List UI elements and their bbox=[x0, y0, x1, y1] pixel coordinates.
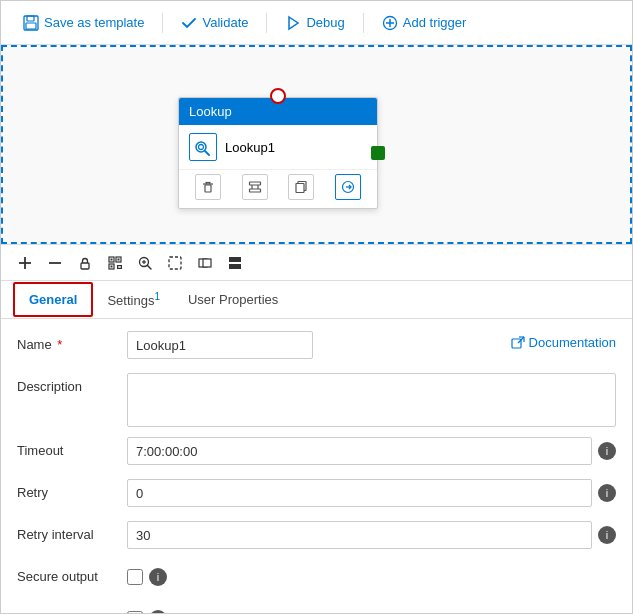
svg-rect-15 bbox=[249, 189, 260, 192]
toolbar-divider-2 bbox=[266, 13, 267, 33]
remove-node-button[interactable] bbox=[41, 249, 69, 277]
name-input-wrap bbox=[127, 331, 499, 359]
select-button[interactable] bbox=[161, 249, 189, 277]
svg-rect-1 bbox=[27, 16, 34, 21]
secure-input-label: Secure input bbox=[17, 605, 127, 614]
secure-output-label: Secure output bbox=[17, 563, 127, 584]
lookup-delete-button[interactable] bbox=[195, 174, 221, 200]
svg-rect-19 bbox=[296, 184, 304, 193]
theme-button[interactable] bbox=[221, 249, 249, 277]
retry-row: Retry i bbox=[17, 479, 616, 511]
timeout-info-icon[interactable]: i bbox=[598, 442, 616, 460]
add-trigger-label: Add trigger bbox=[403, 15, 467, 30]
svg-rect-43 bbox=[229, 257, 241, 262]
secure-output-info-icon[interactable]: i bbox=[149, 568, 167, 586]
toolbar-divider-1 bbox=[162, 13, 163, 33]
retry-input[interactable] bbox=[127, 479, 592, 507]
timeout-input[interactable] bbox=[127, 437, 592, 465]
svg-line-8 bbox=[205, 151, 209, 155]
svg-rect-2 bbox=[26, 23, 36, 29]
secure-input-info-icon[interactable]: i bbox=[149, 610, 167, 614]
lookup-next-button[interactable] bbox=[335, 174, 361, 200]
node-connector-right bbox=[371, 146, 385, 160]
tab-settings[interactable]: Settings1 bbox=[93, 283, 174, 316]
external-link-icon bbox=[511, 336, 525, 350]
description-row: Description bbox=[17, 373, 616, 427]
description-input[interactable] bbox=[127, 373, 616, 427]
lookup-node-icon bbox=[189, 133, 217, 161]
qr-button[interactable] bbox=[101, 249, 129, 277]
lookup-copy-button[interactable] bbox=[288, 174, 314, 200]
svg-rect-14 bbox=[249, 182, 260, 185]
retry-interval-input[interactable] bbox=[127, 521, 592, 549]
svg-rect-30 bbox=[118, 258, 120, 260]
timeout-label: Timeout bbox=[17, 437, 127, 458]
retry-interval-row: Retry interval i bbox=[17, 521, 616, 553]
retry-label: Retry bbox=[17, 479, 127, 500]
svg-rect-44 bbox=[229, 264, 241, 269]
svg-rect-34 bbox=[117, 265, 118, 269]
canvas-inner: Lookup Lookup1 bbox=[1, 45, 632, 244]
timeout-row: Timeout i bbox=[17, 437, 616, 469]
main-toolbar: Save as template Validate Debug Add trig… bbox=[1, 1, 632, 45]
canvas-toolbar bbox=[1, 245, 632, 281]
validate-icon bbox=[181, 15, 197, 31]
bottom-panel: General Settings1 User Properties Name *… bbox=[1, 281, 632, 614]
svg-rect-40 bbox=[169, 257, 181, 269]
documentation-link[interactable]: Documentation bbox=[511, 331, 616, 350]
add-trigger-icon bbox=[382, 15, 398, 31]
add-node-button[interactable] bbox=[11, 249, 39, 277]
lookup-node-body: Lookup1 bbox=[179, 125, 377, 169]
tabs-container: General Settings1 User Properties bbox=[1, 281, 632, 319]
svg-rect-35 bbox=[121, 265, 122, 269]
form-area: Name * Documentation Description Timeout bbox=[1, 319, 632, 614]
svg-rect-31 bbox=[111, 265, 113, 267]
retry-interval-label: Retry interval bbox=[17, 521, 127, 542]
debug-icon bbox=[285, 15, 301, 31]
svg-rect-25 bbox=[81, 263, 89, 269]
documentation-label: Documentation bbox=[529, 335, 616, 350]
secure-output-row: Secure output i bbox=[17, 563, 616, 595]
fit-zoom-button[interactable] bbox=[131, 249, 159, 277]
name-required: * bbox=[57, 337, 62, 352]
name-input[interactable] bbox=[127, 331, 313, 359]
resize-button[interactable] bbox=[191, 249, 219, 277]
secure-input-row: Secure input i bbox=[17, 605, 616, 614]
svg-rect-42 bbox=[203, 259, 211, 267]
description-label: Description bbox=[17, 373, 127, 394]
add-trigger-button[interactable]: Add trigger bbox=[372, 11, 477, 35]
save-template-label: Save as template bbox=[44, 15, 144, 30]
tab-general[interactable]: General bbox=[13, 282, 93, 317]
lookup-node-actions bbox=[179, 169, 377, 208]
svg-line-37 bbox=[148, 265, 152, 269]
lock-button[interactable] bbox=[71, 249, 99, 277]
validate-label: Validate bbox=[202, 15, 248, 30]
svg-rect-45 bbox=[512, 339, 521, 348]
name-label: Name * bbox=[17, 331, 127, 352]
canvas-area[interactable]: Lookup Lookup1 bbox=[1, 45, 632, 245]
debug-button[interactable]: Debug bbox=[275, 11, 354, 35]
lookup-node[interactable]: Lookup Lookup1 bbox=[178, 97, 378, 209]
retry-info-icon[interactable]: i bbox=[598, 484, 616, 502]
svg-point-9 bbox=[199, 145, 204, 150]
svg-rect-10 bbox=[205, 185, 211, 192]
secure-output-checkbox[interactable] bbox=[127, 569, 143, 585]
debug-label: Debug bbox=[306, 15, 344, 30]
svg-rect-29 bbox=[111, 258, 113, 260]
lookup-node-name: Lookup1 bbox=[225, 140, 275, 155]
svg-marker-3 bbox=[289, 17, 298, 29]
retry-interval-info-icon[interactable]: i bbox=[598, 526, 616, 544]
save-template-icon bbox=[23, 15, 39, 31]
settings-badge: 1 bbox=[154, 291, 160, 302]
toolbar-divider-3 bbox=[363, 13, 364, 33]
validate-button[interactable]: Validate bbox=[171, 11, 258, 35]
node-connector-top bbox=[270, 88, 286, 104]
tab-user-properties[interactable]: User Properties bbox=[174, 284, 292, 315]
name-row: Name * Documentation bbox=[17, 331, 616, 363]
save-template-button[interactable]: Save as template bbox=[13, 11, 154, 35]
lookup-settings-button[interactable] bbox=[242, 174, 268, 200]
